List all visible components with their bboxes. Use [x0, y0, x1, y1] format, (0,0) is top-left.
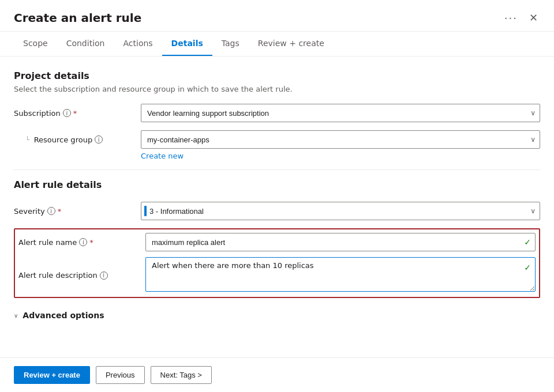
alert-rule-description-check-icon: ✓: [524, 263, 531, 272]
subscription-control: Vendor learning support subscription ∨: [141, 104, 540, 122]
project-details-section: Project details Select the subscription …: [14, 70, 540, 160]
alert-rule-name-label: Alert rule name i: [18, 238, 145, 247]
tab-actions[interactable]: Actions: [114, 32, 162, 56]
alert-rule-name-input[interactable]: [145, 233, 536, 251]
dialog-header: Create an alert rule ··· ✕: [0, 0, 554, 32]
severity-select-wrapper: 3 - Informational ∨: [141, 202, 540, 220]
review-create-button[interactable]: Review + create: [14, 366, 90, 384]
alert-rule-name-check-icon: ✓: [524, 238, 531, 247]
section-divider: [14, 169, 540, 170]
subscription-label: Subscription i: [14, 109, 141, 118]
severity-select[interactable]: 3 - Informational: [141, 202, 540, 220]
severity-control: 3 - Informational ∨: [141, 202, 540, 220]
alert-rule-name-input-wrapper: ✓: [145, 233, 536, 251]
close-button[interactable]: ✕: [527, 10, 540, 25]
previous-button[interactable]: Previous: [96, 366, 145, 384]
alert-rule-name-control: ✓: [145, 233, 536, 251]
alert-rule-description-label: Alert rule description i: [18, 271, 145, 280]
tree-line-icon: └: [25, 136, 29, 144]
severity-label: Severity i: [14, 207, 141, 216]
resource-group-select-wrapper: my-container-apps ∨: [141, 130, 540, 149]
resource-group-select[interactable]: my-container-apps: [141, 130, 540, 149]
alert-rule-details-title: Alert rule details: [14, 179, 540, 190]
project-details-title: Project details: [14, 70, 540, 81]
tab-condition[interactable]: Condition: [57, 32, 114, 56]
severity-row: Severity i 3 - Informational ∨: [14, 202, 540, 220]
alert-rule-name-row: Alert rule name i ✓: [18, 233, 536, 251]
advanced-chevron-icon: ∨: [14, 312, 18, 319]
main-content: Project details Select the subscription …: [0, 56, 554, 357]
create-alert-dialog: Create an alert rule ··· ✕ Scope Conditi…: [0, 0, 554, 392]
create-new-link[interactable]: Create new: [141, 152, 184, 160]
alert-rule-description-textarea[interactable]: [145, 257, 536, 292]
dialog-title: Create an alert rule: [14, 11, 500, 25]
alert-rule-name-info-icon[interactable]: i: [79, 238, 87, 246]
advanced-options-label: Advanced options: [23, 311, 104, 320]
tab-tags[interactable]: Tags: [212, 32, 249, 56]
dialog-menu-icon[interactable]: ···: [504, 12, 518, 24]
resource-group-row: └ Resource group i my-container-apps ∨: [14, 130, 540, 149]
alert-rule-details-section: Alert rule details Severity i 3 - Inform…: [14, 179, 540, 325]
project-details-desc: Select the subscription and resource gro…: [14, 85, 540, 93]
alert-rule-description-info-icon[interactable]: i: [100, 272, 108, 280]
tab-scope[interactable]: Scope: [14, 32, 57, 56]
subscription-row: Subscription i Vendor learning support s…: [14, 104, 540, 122]
subscription-select-wrapper: Vendor learning support subscription ∨: [141, 104, 540, 122]
resource-group-info-icon[interactable]: i: [95, 135, 103, 144]
resource-group-label: └ Resource group i: [14, 135, 141, 144]
alert-rule-description-textarea-wrapper: ✓: [145, 257, 536, 293]
tab-bar: Scope Condition Actions Details Tags Rev…: [0, 32, 554, 56]
dialog-footer: Review + create Previous Next: Tags >: [0, 357, 554, 392]
advanced-options-toggle[interactable]: ∨ Advanced options: [14, 306, 540, 325]
tab-review-create[interactable]: Review + create: [249, 32, 334, 56]
resource-group-control: my-container-apps ∨: [141, 130, 540, 149]
subscription-select[interactable]: Vendor learning support subscription: [141, 104, 540, 122]
alert-rule-description-control: ✓: [145, 257, 536, 293]
tab-details[interactable]: Details: [162, 32, 212, 56]
severity-info-icon[interactable]: i: [47, 207, 55, 215]
alert-rule-description-row: Alert rule description i ✓: [18, 257, 536, 293]
next-button[interactable]: Next: Tags >: [151, 366, 212, 384]
highlighted-fields-group: Alert rule name i ✓ Alert rule descripti…: [14, 228, 540, 298]
subscription-info-icon[interactable]: i: [63, 109, 71, 117]
